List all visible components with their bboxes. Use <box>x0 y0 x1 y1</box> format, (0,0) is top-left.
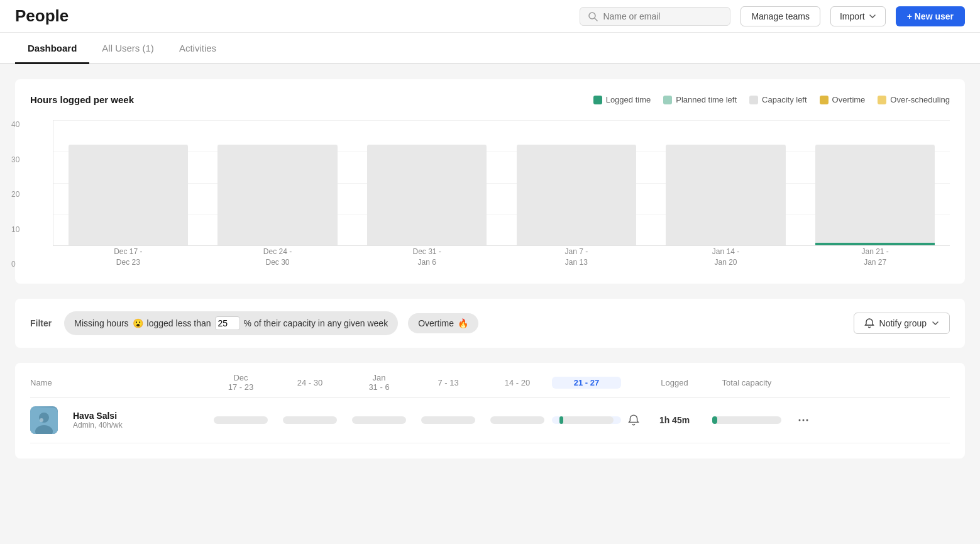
legend-dot-overscheduling <box>878 96 886 104</box>
col-header-dec-1723: Dec 17 - 23 <box>206 373 275 392</box>
bar-x-label-1: Dec 24 -Dec 30 <box>263 247 292 268</box>
main-content: Hours logged per week Logged time Planne… <box>0 64 980 543</box>
capacity-fill <box>712 416 717 424</box>
chart-header: Hours logged per week Logged time Planne… <box>30 94 950 105</box>
week-bar-jan-2127-cell <box>552 416 621 424</box>
bar-group-1: Dec 24 -Dec 30 <box>203 119 353 245</box>
bar-group-2: Dec 31 -Jan 6 <box>352 119 502 245</box>
tab-activities[interactable]: Activities <box>167 33 229 64</box>
legend-dot-capacity <box>749 96 758 104</box>
search-input[interactable] <box>603 11 722 21</box>
overtime-label: Overtime <box>418 318 454 328</box>
missing-hours-input[interactable] <box>215 316 240 330</box>
legend-label-overscheduling: Over-scheduling <box>890 95 950 104</box>
chart-y-labels: 40 30 20 10 0 <box>11 120 19 269</box>
user-info: Hava Salsi Admin, 40h/wk <box>73 411 123 430</box>
y-label-0: 0 <box>11 260 19 269</box>
new-user-button[interactable]: + New user <box>896 6 965 26</box>
col-header-name: Name <box>30 378 206 387</box>
legend-dot-logged <box>593 96 602 104</box>
svg-point-8 <box>807 419 808 421</box>
legend-label-logged: Logged time <box>606 95 651 104</box>
tabs-bar: Dashboard All Users (1) Activities <box>0 33 980 64</box>
bar-x-label-4: Jan 14 -Jan 20 <box>712 247 739 268</box>
notify-label: Notify group <box>879 318 927 328</box>
bar-group-3: Jan 7 -Jan 13 <box>502 119 651 245</box>
search-icon <box>588 11 598 21</box>
y-label-40: 40 <box>11 120 19 129</box>
user-role: Admin, 40h/wk <box>73 421 123 430</box>
col-header-jan-2127: 21 - 27 <box>552 377 621 389</box>
manage-teams-button[interactable]: Manage teams <box>741 6 820 26</box>
week-bar-bg <box>352 416 406 424</box>
bar-chart: Dec 17 -Dec 23Dec 24 -Dec 30Dec 31 -Jan … <box>53 120 950 246</box>
chevron-down-icon <box>869 13 876 20</box>
missing-hours-text-before: Missing hours <box>74 318 128 328</box>
import-button[interactable]: Import <box>830 6 886 26</box>
search-bar[interactable] <box>580 7 730 26</box>
week-bar-bg <box>490 416 544 424</box>
col-header-logged: Logged <box>646 378 703 387</box>
week-bar-bg <box>283 416 337 424</box>
bar-bg-0 <box>69 145 188 245</box>
table-section: Name Dec 17 - 23 24 - 30 Jan 31 - 6 7 - … <box>15 363 965 458</box>
bar-group-5: Jan 21 -Jan 27 <box>800 119 950 245</box>
avatar <box>30 406 58 434</box>
missing-hours-filter[interactable]: Missing hours 😮 logged less than % of th… <box>64 311 398 335</box>
legend-logged-time: Logged time <box>593 95 651 104</box>
col-header-dec-2430: 24 - 30 <box>275 378 344 387</box>
more-actions-icon[interactable] <box>798 414 809 426</box>
legend-capacity-left: Capacity left <box>749 95 807 104</box>
bar-bg-2 <box>367 145 487 245</box>
page-title: People <box>15 6 69 26</box>
week-bar-bg <box>214 416 268 424</box>
logged-time-cell: 1h 45m <box>646 415 703 425</box>
import-label: Import <box>840 11 865 21</box>
missing-hours-logged-text: logged less than <box>147 318 211 328</box>
logged-fill <box>559 416 563 424</box>
week-bar-dec-1723 <box>206 416 275 424</box>
svg-point-5 <box>40 418 43 422</box>
tab-all-users[interactable]: All Users (1) <box>89 33 167 64</box>
missing-hours-emoji: 😮 <box>133 318 143 328</box>
filter-label: Filter <box>30 318 52 328</box>
week-bar-jan-713 <box>414 416 483 424</box>
table-row: Hava Salsi Admin, 40h/wk <box>30 397 950 443</box>
col-header-jan-316: Jan 31 - 6 <box>344 373 414 392</box>
chart-title: Hours logged per week <box>30 94 134 105</box>
legend-label-overtime: Overtime <box>832 95 866 104</box>
legend-dot-planned <box>663 96 672 104</box>
chart-section: Hours logged per week Logged time Planne… <box>15 79 965 284</box>
bell-cell[interactable] <box>621 414 646 426</box>
bell-icon-row[interactable] <box>628 414 639 426</box>
col-header-total-capacity: Total capacity <box>703 378 791 387</box>
week-bar-bg <box>421 416 475 424</box>
col-header-jan-713: 7 - 13 <box>414 378 483 387</box>
table-header: Name Dec 17 - 23 24 - 30 Jan 31 - 6 7 - … <box>30 363 950 397</box>
y-label-10: 10 <box>11 225 19 234</box>
bar-x-label-3: Jan 7 -Jan 13 <box>565 247 588 268</box>
notify-group-button[interactable]: Notify group <box>854 313 950 334</box>
chart-legend: Logged time Planned time left Capacity l… <box>593 95 950 104</box>
bar-logged-5 <box>815 243 935 245</box>
user-name-cell: Hava Salsi Admin, 40h/wk <box>30 406 206 434</box>
overtime-filter[interactable]: Overtime 🔥 <box>408 313 478 333</box>
header: People Manage teams Import + New user <box>0 0 980 33</box>
week-bar-jan-316 <box>344 416 414 424</box>
legend-dot-overtime <box>820 96 829 104</box>
tab-dashboard[interactable]: Dashboard <box>15 33 89 64</box>
capacity-cell <box>703 416 791 424</box>
overtime-emoji: 🔥 <box>458 318 468 328</box>
capacity-bar <box>712 416 781 424</box>
legend-label-planned: Planned time left <box>676 95 737 104</box>
legend-planned-time: Planned time left <box>663 95 737 104</box>
chart-wrapper: 40 30 20 10 0 Dec 17 -Dec 23Dec 24 -Dec … <box>30 120 950 269</box>
svg-point-7 <box>803 419 805 421</box>
bar-group-0: Dec 17 -Dec 23 <box>53 119 203 245</box>
week-bar-jan-1420 <box>483 416 552 424</box>
legend-overscheduling: Over-scheduling <box>878 95 950 104</box>
actions-cell[interactable] <box>791 414 816 426</box>
bar-x-label-5: Jan 21 -Jan 27 <box>862 247 889 268</box>
bar-x-label-0: Dec 17 -Dec 23 <box>114 247 142 268</box>
svg-point-6 <box>799 419 801 421</box>
